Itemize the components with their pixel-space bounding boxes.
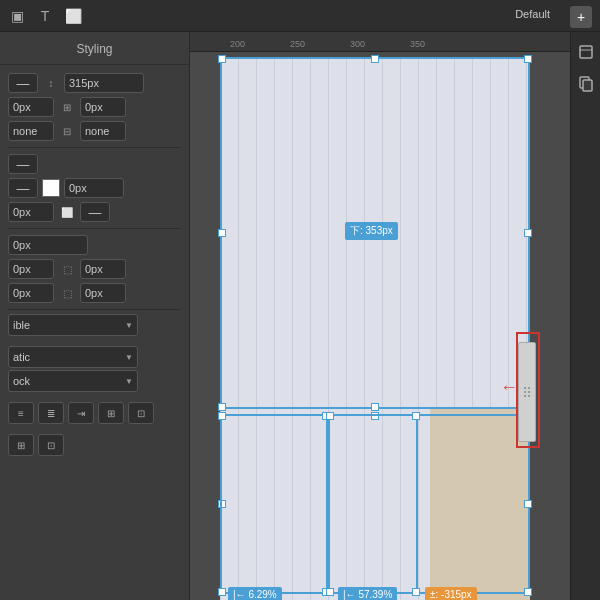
height-tooltip: 下: 353px (345, 222, 398, 240)
scroll-dot (524, 395, 526, 397)
spacing-row-1: 0px (0, 233, 189, 257)
padding-row-1: 0px ⊞ 0px (0, 95, 189, 119)
scroll-dot-row-3 (524, 395, 530, 397)
spacer-1 (0, 338, 189, 344)
offset-row: 0px ⬜ — (0, 200, 189, 224)
canvas-content: 下: 353px (190, 52, 570, 600)
ruler-tick-350: 350 (410, 39, 425, 49)
scroll-dot (528, 395, 530, 397)
toolbar-icon-select[interactable]: ▣ (6, 5, 28, 27)
spacing-input-5[interactable]: 0px (80, 283, 126, 303)
dropdown-ible[interactable]: ible ▼ (8, 314, 138, 336)
scroll-dot (528, 387, 530, 389)
spacing-input-4[interactable]: 0px (8, 283, 54, 303)
padding-icon-1: ⊞ (58, 98, 76, 116)
dash-btn-3[interactable]: — (8, 178, 38, 198)
arrow-left-icon: ← (500, 377, 518, 398)
panel-title: Styling (0, 38, 189, 65)
border-icon: ⊟ (58, 122, 76, 140)
right-icon-pages[interactable] (574, 72, 598, 96)
height-input[interactable]: 315px (64, 73, 144, 93)
dash-row-1: — (0, 152, 189, 176)
dropdown-atic[interactable]: atic ▼ (8, 346, 138, 368)
top-toolbar: ▣ T ⬜ Default + (0, 0, 600, 32)
scroll-dot (528, 391, 530, 393)
dropdown-ock-arrow: ▼ (125, 377, 133, 386)
main-layout: Styling — ↕ 315px 0px ⊞ 0px none ⊟ none … (0, 32, 600, 600)
spacing-row-3: 0px ⬚ 0px (0, 281, 189, 305)
tan-area (430, 407, 530, 600)
scroll-dot-row-1 (524, 387, 530, 389)
badge-width-2: |← 57.39% (338, 587, 397, 600)
canvas-area: 200 250 300 350 (190, 32, 570, 600)
divider-3 (8, 309, 181, 310)
svg-rect-0 (580, 46, 592, 58)
align-center-btn[interactable]: ≣ (38, 402, 64, 424)
border-right-input[interactable]: none (80, 121, 126, 141)
border-row: none ⊟ none (0, 119, 189, 143)
align-right-btn[interactable]: ⇥ (68, 402, 94, 424)
divider-1 (8, 147, 181, 148)
align-left-btn[interactable]: ≡ (8, 402, 34, 424)
color-value-input[interactable]: 0px (64, 178, 124, 198)
scrollbar-widget[interactable] (518, 342, 536, 442)
toolbar-icon-rect[interactable]: ⬜ (62, 5, 84, 27)
extra-btn-2[interactable]: ⊡ (38, 434, 64, 456)
box-icon-1: ⬜ (58, 203, 76, 221)
align-icon-btn[interactable]: ⊞ (98, 402, 124, 424)
badge-offset: ±: -315px (425, 587, 477, 600)
ruler-top: 200 250 300 350 (190, 32, 570, 52)
ruler-tick-250: 250 (290, 39, 305, 49)
right-panel (570, 32, 600, 600)
page-area (220, 57, 530, 600)
padding-right-input[interactable]: 0px (80, 97, 126, 117)
extra-btn-1[interactable]: ⊞ (8, 434, 34, 456)
align-icon-btn-2[interactable]: ⊡ (128, 402, 154, 424)
plus-button[interactable]: + (570, 6, 592, 28)
left-panel: Styling — ↕ 315px 0px ⊞ 0px none ⊟ none … (0, 32, 190, 600)
dropdown-ock[interactable]: ock ▼ (8, 370, 138, 392)
height-icon: ↕ (42, 74, 60, 92)
extra-btn-row: ⊞ ⊡ (0, 432, 189, 458)
offset-input[interactable]: 0px (8, 202, 54, 222)
align-btn-row: ≡ ≣ ⇥ ⊞ ⊡ (0, 400, 189, 426)
scroll-dot-row-2 (524, 391, 530, 393)
badge-width-1: |← 6.29% (228, 587, 282, 600)
border-left-input[interactable]: none (8, 121, 54, 141)
scroll-dot (524, 387, 526, 389)
box-icon-2: ⬚ (58, 260, 76, 278)
dash-button-1[interactable]: — (8, 73, 38, 93)
dropdown-atic-arrow: ▼ (125, 353, 133, 362)
box-icon-3: ⬚ (58, 284, 76, 302)
svg-rect-3 (583, 80, 592, 91)
right-icon-layers[interactable] (574, 40, 598, 64)
toolbar-icon-text[interactable]: T (34, 5, 56, 27)
divider-2 (8, 228, 181, 229)
dropdown-ible-arrow: ▼ (125, 321, 133, 330)
dash-btn-4[interactable]: — (80, 202, 110, 222)
color-swatch[interactable] (42, 179, 60, 197)
dash-btn-2[interactable]: — (8, 154, 38, 174)
spacing-input-2[interactable]: 0px (8, 259, 54, 279)
ruler-tick-200: 200 (230, 39, 245, 49)
spacing-row-2: 0px ⬚ 0px (0, 257, 189, 281)
height-row: — ↕ 315px (0, 71, 189, 95)
scroll-dot (524, 391, 526, 393)
ruler-tick-300: 300 (350, 39, 365, 49)
dash-row-2: — 0px (0, 176, 189, 200)
scroll-dots (524, 387, 530, 397)
padding-left-input[interactable]: 0px (8, 97, 54, 117)
spacing-input-1[interactable]: 0px (8, 235, 88, 255)
spacing-input-3[interactable]: 0px (80, 259, 126, 279)
default-label: Default (515, 8, 550, 20)
